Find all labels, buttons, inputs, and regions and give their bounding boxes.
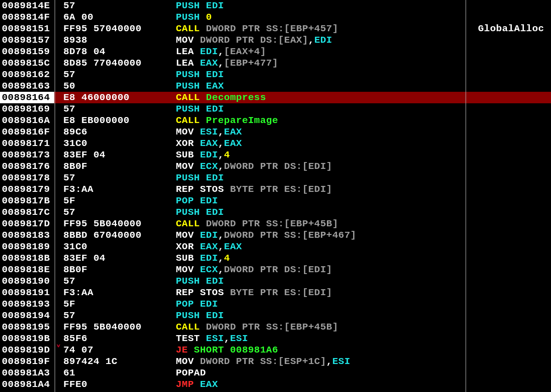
hex-bytes: 57	[63, 69, 176, 80]
token: TEST	[176, 333, 200, 344]
disasm-row[interactable]: 008981A661POPAD	[0, 390, 551, 392]
token: EDI	[206, 173, 224, 183]
disasm-row[interactable]: 008981A361POPAD	[0, 367, 551, 379]
disasm-row[interactable]: 0089817131C0XOR EAX,EAX	[0, 138, 551, 149]
token	[200, 92, 206, 103]
disasm-row[interactable]: 008981578938MOV DWORD PTR DS:[EAX],EDI	[0, 34, 551, 46]
token	[194, 138, 200, 149]
token: PrepareImage	[206, 115, 278, 126]
hex-bytes: 5F	[63, 195, 176, 207]
instruction: TEST ESI,ESI	[176, 333, 465, 344]
disasm-row[interactable]: 0089815C8D85 77040000LEA EAX,[EBP+477]	[0, 57, 551, 69]
instruction: LEA EDI,[EAX+4]	[176, 46, 465, 57]
comment	[465, 367, 478, 379]
disasm-row[interactable]: 00898164E8 46000000CALL Decompress	[0, 92, 551, 103]
hex-bytes: 8D85 77040000	[63, 57, 176, 69]
instruction: CALL Decompress	[176, 92, 465, 103]
token: ,	[218, 46, 224, 57]
address: 00898189	[0, 241, 54, 252]
address: 0089818B	[0, 252, 54, 264]
disasm-row[interactable]: 00898191F3:AAREP STOS BYTE PTR ES:[EDI]	[0, 287, 551, 298]
disasm-row[interactable]: 0089818931C0XOR EAX,EAX	[0, 241, 551, 252]
jump-gutter-icon	[54, 207, 63, 218]
disasm-row[interactable]: 008981935FPOP EDI	[0, 298, 551, 310]
token: MOV	[176, 161, 194, 172]
disasm-row[interactable]: 0089818E8B0FMOV ECX,DWORD PTR DS:[EDI]	[0, 264, 551, 275]
token: MOV	[176, 264, 194, 275]
instruction: PUSH EDI	[176, 275, 465, 287]
token	[194, 150, 200, 160]
disasm-row[interactable]: 0089818B83EF 04SUB EDI,4	[0, 252, 551, 264]
disasm-row[interactable]: 00898151FF95 57040000CALL DWORD PTR SS:[…	[0, 23, 551, 34]
disasm-row[interactable]: 0089816F89C6MOV ESI,EAX	[0, 126, 551, 138]
address: 008981A4	[0, 379, 54, 390]
disasm-row[interactable]: 0089814F6A 00PUSH 0	[0, 11, 551, 23]
instruction: POPAD	[176, 390, 465, 392]
token	[200, 310, 206, 321]
hex-bytes: 5F	[63, 298, 176, 310]
column-divider	[55, 0, 55, 392]
instruction: PUSH EDI	[176, 0, 465, 11]
disasm-row[interactable]: 008981598D78 04LEA EDI,[EAX+4]	[0, 46, 551, 57]
disasm-row[interactable]: 0089817C57PUSH EDI	[0, 207, 551, 218]
disasm-row[interactable]: 0089816350PUSH EAX	[0, 80, 551, 92]
hex-bytes: 897424 1C	[63, 356, 176, 367]
address: 0089815C	[0, 57, 54, 69]
disasm-row[interactable]: 0089816AE8 EB000000CALL PrepareImage	[0, 115, 551, 126]
disasm-row[interactable]: 0089817B5FPOP EDI	[0, 195, 551, 207]
address: 00898191	[0, 287, 54, 298]
token: ,	[326, 356, 332, 367]
hex-bytes: 8D78 04	[63, 46, 176, 57]
instruction: REP STOS BYTE PTR ES:[EDI]	[176, 184, 465, 195]
disasm-row[interactable]: 0089819457PUSH EDI	[0, 310, 551, 321]
address: 00898157	[0, 34, 54, 46]
disasm-row[interactable]: 008981A4FFE0JMP EAX	[0, 379, 551, 390]
disasm-row[interactable]: 00898179F3:AAREP STOS BYTE PTR ES:[EDI]	[0, 184, 551, 195]
comment	[465, 264, 478, 275]
token: EDI	[206, 276, 224, 286]
address: 00898163	[0, 80, 54, 92]
instruction: MOV ECX,DWORD PTR DS:[EDI]	[176, 264, 465, 275]
token: PUSH	[176, 104, 200, 114]
token: EDI	[200, 46, 218, 57]
token	[194, 299, 200, 309]
disasm-row[interactable]: 0089817857PUSH EDI	[0, 172, 551, 184]
comment	[465, 34, 478, 46]
token	[200, 322, 206, 332]
token: 4	[224, 253, 230, 263]
token: POP	[176, 196, 194, 206]
disasm-row[interactable]: 0089817383EF 04SUB EDI,4	[0, 149, 551, 161]
disasm-row[interactable]: 0089816957PUSH EDI	[0, 103, 551, 115]
hex-bytes: FF95 5B040000	[63, 321, 176, 333]
token	[194, 379, 200, 390]
disassembly-pane[interactable]: 0089814E57PUSH EDI0089814F6A 00PUSH 0008…	[0, 0, 551, 392]
token: EAX	[200, 58, 218, 68]
comment	[465, 172, 478, 184]
address: 00898171	[0, 138, 54, 149]
disasm-row[interactable]: 008981838BBD 67040000MOV EDI,DWORD PTR S…	[0, 230, 551, 241]
disasm-row[interactable]: 0089819057PUSH EDI	[0, 275, 551, 287]
token	[194, 196, 200, 206]
instruction: CALL PrepareImage	[176, 115, 465, 126]
instruction: MOV DWORD PTR SS:[ESP+1C],ESI	[176, 356, 465, 367]
disasm-row[interactable]: 0089817DFF95 5B040000CALL DWORD PTR SS:[…	[0, 218, 551, 230]
disasm-row[interactable]: 0089816257PUSH EDI	[0, 69, 551, 80]
disasm-row[interactable]: 008981768B0FMOV ECX,DWORD PTR DS:[EDI]	[0, 161, 551, 172]
comment	[465, 184, 478, 195]
token: LEA	[176, 58, 194, 68]
token: ESI	[332, 356, 350, 367]
disasm-row[interactable]: 00898195FF95 5B040000CALL DWORD PTR SS:[…	[0, 321, 551, 333]
token: EDI	[200, 230, 218, 241]
token: SHORT	[194, 345, 224, 355]
disasm-row[interactable]: 0089814E57PUSH EDI	[0, 0, 551, 11]
token	[194, 127, 200, 137]
disasm-row[interactable]: 0089819D˅74 07JE SHORT 008981A6	[0, 344, 551, 356]
hex-bytes: 31C0	[63, 241, 176, 252]
disasm-row[interactable]: 0089819B85F6TEST ESI,ESI	[0, 333, 551, 344]
address: 0089817C	[0, 207, 54, 218]
disasm-row[interactable]: 0089819F897424 1CMOV DWORD PTR SS:[ESP+1…	[0, 356, 551, 367]
address: 0089819D	[0, 344, 54, 356]
token: JE	[176, 345, 188, 355]
jump-gutter-icon	[54, 126, 63, 138]
jump-gutter-icon	[54, 310, 63, 321]
